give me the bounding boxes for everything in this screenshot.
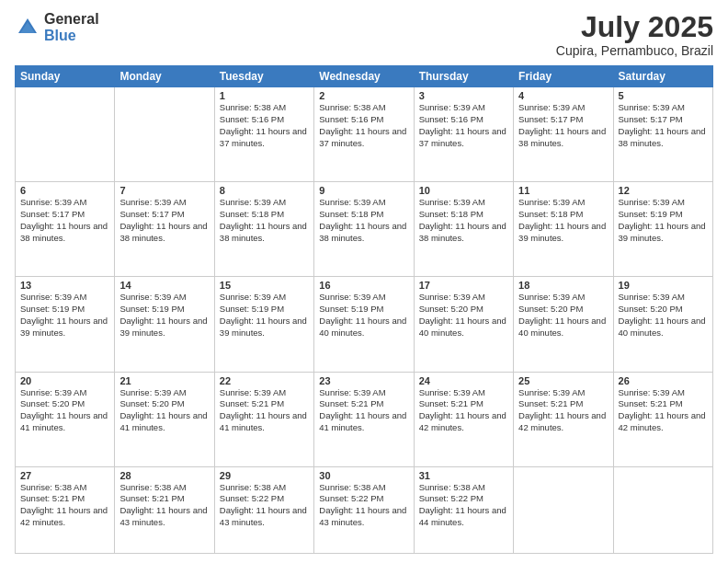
calendar-cell: 16Sunrise: 5:39 AMSunset: 5:19 PMDayligh… [314,277,414,372]
day-number: 21 [119,375,209,386]
day-info: Sunrise: 5:38 AMSunset: 5:22 PMDaylight:… [220,482,309,529]
day-number: 18 [518,280,608,291]
day-number: 14 [119,280,209,291]
day-info: Sunrise: 5:39 AMSunset: 5:19 PMDaylight:… [220,292,309,339]
day-info: Sunrise: 5:39 AMSunset: 5:21 PMDaylight:… [419,387,508,434]
day-number: 20 [20,375,109,386]
day-number: 3 [419,90,508,101]
col-monday: Monday [115,66,214,87]
day-info: Sunrise: 5:39 AMSunset: 5:21 PMDaylight:… [518,387,608,434]
calendar: Sunday Monday Tuesday Wednesday Thursday… [15,65,713,554]
calendar-cell: 30Sunrise: 5:38 AMSunset: 5:22 PMDayligh… [314,466,414,553]
title-block: July 2025 Cupira, Pernambuco, Brazil [556,11,713,58]
calendar-cell: 25Sunrise: 5:39 AMSunset: 5:21 PMDayligh… [514,372,613,466]
calendar-cell: 12Sunrise: 5:39 AMSunset: 5:19 PMDayligh… [613,182,712,277]
day-number: 27 [20,470,109,481]
col-friday: Friday [514,66,613,87]
day-info: Sunrise: 5:38 AMSunset: 5:16 PMDaylight:… [319,102,408,149]
calendar-week-1: 1Sunrise: 5:38 AMSunset: 5:16 PMDaylight… [16,87,713,182]
day-info: Sunrise: 5:39 AMSunset: 5:21 PMDaylight:… [319,387,408,434]
day-info: Sunrise: 5:39 AMSunset: 5:20 PMDaylight:… [619,292,708,339]
day-number: 23 [319,375,408,386]
day-info: Sunrise: 5:39 AMSunset: 5:17 PMDaylight:… [119,197,209,244]
calendar-cell: 5Sunrise: 5:39 AMSunset: 5:17 PMDaylight… [613,87,712,182]
calendar-cell: 20Sunrise: 5:39 AMSunset: 5:20 PMDayligh… [16,372,115,466]
day-info: Sunrise: 5:39 AMSunset: 5:20 PMDaylight:… [419,292,508,339]
calendar-cell: 17Sunrise: 5:39 AMSunset: 5:20 PMDayligh… [414,277,513,372]
day-number: 8 [220,185,309,196]
calendar-week-3: 13Sunrise: 5:39 AMSunset: 5:19 PMDayligh… [16,277,713,372]
day-info: Sunrise: 5:38 AMSunset: 5:21 PMDaylight:… [20,482,109,529]
day-number: 10 [419,185,508,196]
calendar-cell: 28Sunrise: 5:38 AMSunset: 5:21 PMDayligh… [115,466,214,553]
calendar-week-2: 6Sunrise: 5:39 AMSunset: 5:17 PMDaylight… [16,182,713,277]
day-number: 5 [619,90,708,101]
day-number: 24 [419,375,508,386]
day-info: Sunrise: 5:39 AMSunset: 5:18 PMDaylight:… [319,197,408,244]
calendar-week-5: 27Sunrise: 5:38 AMSunset: 5:21 PMDayligh… [16,466,713,553]
calendar-cell: 13Sunrise: 5:39 AMSunset: 5:19 PMDayligh… [16,277,115,372]
logo-icon [15,15,40,40]
day-info: Sunrise: 5:39 AMSunset: 5:16 PMDaylight:… [419,102,508,149]
col-thursday: Thursday [414,66,513,87]
calendar-cell: 31Sunrise: 5:38 AMSunset: 5:22 PMDayligh… [414,466,513,553]
calendar-cell: 7Sunrise: 5:39 AMSunset: 5:17 PMDaylight… [115,182,214,277]
day-info: Sunrise: 5:38 AMSunset: 5:21 PMDaylight:… [119,482,209,529]
day-info: Sunrise: 5:38 AMSunset: 5:22 PMDaylight:… [419,482,508,529]
day-number: 13 [20,280,109,291]
calendar-cell: 21Sunrise: 5:39 AMSunset: 5:20 PMDayligh… [115,372,214,466]
day-info: Sunrise: 5:39 AMSunset: 5:20 PMDaylight:… [518,292,608,339]
calendar-cell: 14Sunrise: 5:39 AMSunset: 5:19 PMDayligh… [115,277,214,372]
day-info: Sunrise: 5:39 AMSunset: 5:18 PMDaylight:… [419,197,508,244]
day-number: 16 [319,280,408,291]
day-number: 28 [119,470,209,481]
day-number: 26 [619,375,708,386]
day-info: Sunrise: 5:39 AMSunset: 5:17 PMDaylight:… [518,102,608,149]
day-number: 19 [619,280,708,291]
calendar-cell: 18Sunrise: 5:39 AMSunset: 5:20 PMDayligh… [514,277,613,372]
day-number: 11 [518,185,608,196]
day-number: 1 [220,90,309,101]
calendar-cell: 15Sunrise: 5:39 AMSunset: 5:19 PMDayligh… [214,277,313,372]
day-number: 4 [518,90,608,101]
calendar-cell: 11Sunrise: 5:39 AMSunset: 5:18 PMDayligh… [514,182,613,277]
day-number: 9 [319,185,408,196]
day-number: 15 [220,280,309,291]
col-wednesday: Wednesday [314,66,414,87]
calendar-cell: 23Sunrise: 5:39 AMSunset: 5:21 PMDayligh… [314,372,414,466]
day-info: Sunrise: 5:39 AMSunset: 5:20 PMDaylight:… [20,387,109,434]
calendar-cell: 3Sunrise: 5:39 AMSunset: 5:16 PMDaylight… [414,87,513,182]
calendar-cell: 26Sunrise: 5:39 AMSunset: 5:21 PMDayligh… [613,372,712,466]
day-number: 30 [319,470,408,481]
col-tuesday: Tuesday [214,66,313,87]
logo-blue-text: Blue [44,28,99,44]
location: Cupira, Pernambuco, Brazil [556,43,713,58]
day-info: Sunrise: 5:39 AMSunset: 5:21 PMDaylight:… [619,387,708,434]
day-info: Sunrise: 5:39 AMSunset: 5:19 PMDaylight:… [619,197,708,244]
day-info: Sunrise: 5:39 AMSunset: 5:19 PMDaylight:… [119,292,209,339]
calendar-cell: 19Sunrise: 5:39 AMSunset: 5:20 PMDayligh… [613,277,712,372]
calendar-body: 1Sunrise: 5:38 AMSunset: 5:16 PMDaylight… [16,87,713,554]
calendar-cell: 1Sunrise: 5:38 AMSunset: 5:16 PMDaylight… [214,87,313,182]
calendar-cell [514,466,613,553]
logo-text: General Blue [44,11,99,43]
calendar-cell: 4Sunrise: 5:39 AMSunset: 5:17 PMDaylight… [514,87,613,182]
day-number: 22 [220,375,309,386]
day-info: Sunrise: 5:39 AMSunset: 5:19 PMDaylight:… [319,292,408,339]
day-number: 12 [619,185,708,196]
day-info: Sunrise: 5:39 AMSunset: 5:17 PMDaylight:… [619,102,708,149]
header-row: Sunday Monday Tuesday Wednesday Thursday… [16,66,713,87]
logo: General Blue [15,11,99,43]
day-info: Sunrise: 5:39 AMSunset: 5:20 PMDaylight:… [119,387,209,434]
calendar-cell [16,87,115,182]
day-number: 25 [518,375,608,386]
header: General Blue July 2025 Cupira, Pernambuc… [15,11,713,58]
calendar-cell: 27Sunrise: 5:38 AMSunset: 5:21 PMDayligh… [16,466,115,553]
day-number: 31 [419,470,508,481]
day-info: Sunrise: 5:39 AMSunset: 5:18 PMDaylight:… [220,197,309,244]
day-number: 7 [119,185,209,196]
calendar-cell: 2Sunrise: 5:38 AMSunset: 5:16 PMDaylight… [314,87,414,182]
day-number: 29 [220,470,309,481]
day-number: 17 [419,280,508,291]
page: General Blue July 2025 Cupira, Pernambuc… [0,0,728,563]
